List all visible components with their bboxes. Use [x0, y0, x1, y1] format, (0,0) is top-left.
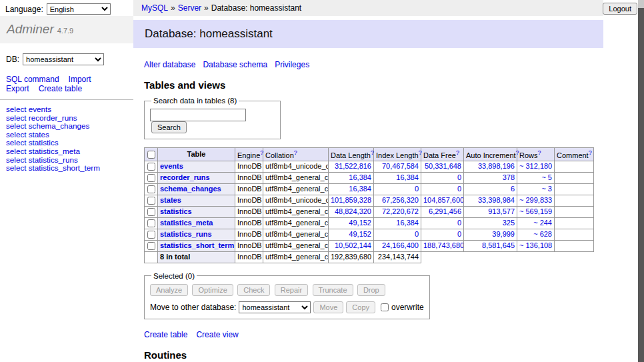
analyze-button[interactable]: Analyze: [150, 284, 188, 296]
truncate-button[interactable]: Truncate: [313, 284, 353, 296]
comment-help-link[interactable]: ?: [589, 149, 592, 156]
data-length-link[interactable]: 16,384: [349, 173, 371, 181]
row-checkbox[interactable]: [147, 163, 155, 171]
overwrite-checkbox[interactable]: [381, 303, 389, 311]
auto-increment-link[interactable]: 378: [503, 173, 515, 181]
select-all-checkbox[interactable]: [147, 151, 155, 159]
rows-count-link[interactable]: ~ 299,833: [519, 196, 552, 204]
breadcrumb-mysql-link[interactable]: MySQL: [141, 3, 168, 13]
scroll-up-arrow[interactable]: [638, 0, 644, 8]
rows-count-link[interactable]: ~ 312,180: [519, 162, 552, 170]
index-length-link[interactable]: 16,384: [396, 173, 419, 181]
language-select[interactable]: English: [47, 3, 111, 15]
data-length-link[interactable]: 49,152: [349, 219, 371, 227]
drop-button[interactable]: Drop: [357, 284, 385, 296]
data-free-link[interactable]: 104,857,600: [423, 196, 464, 204]
rows-count-link[interactable]: ~ 136,108: [519, 241, 552, 249]
index-length-help-link[interactable]: ?: [419, 149, 422, 156]
auto-increment-link[interactable]: 913,577: [488, 207, 515, 215]
row-checkbox[interactable]: [147, 197, 155, 205]
auto-increment-link[interactable]: 8,581,645: [482, 241, 515, 249]
rows-count-link[interactable]: ~ 628: [533, 230, 552, 238]
data-free-link[interactable]: 0: [457, 230, 461, 238]
rows-count-link[interactable]: ~ 569,159: [519, 207, 552, 215]
row-checkbox[interactable]: [147, 185, 155, 193]
index-length-link[interactable]: 16,384: [396, 219, 419, 227]
optimize-button[interactable]: Optimize: [192, 284, 233, 296]
create-table-sidebar-link[interactable]: Create table: [39, 84, 82, 93]
search-input[interactable]: [150, 109, 246, 121]
collation-help-link[interactable]: ?: [294, 149, 297, 156]
create-view-link[interactable]: Create view: [196, 330, 238, 339]
table-link-statistics-meta[interactable]: statistics_meta: [160, 219, 213, 227]
scrollbar[interactable]: [638, 0, 644, 362]
check-button[interactable]: Check: [237, 284, 270, 296]
row-checkbox[interactable]: [147, 242, 155, 250]
auto-increment-link[interactable]: 33,398,984: [478, 196, 515, 204]
index-length-link[interactable]: 0: [415, 185, 419, 193]
logout-button[interactable]: Logout: [603, 3, 637, 15]
row-checkbox[interactable]: [147, 208, 155, 216]
db-select[interactable]: homeassistant: [23, 53, 104, 65]
data-length-link[interactable]: 101,859,328: [331, 196, 371, 204]
privileges-link[interactable]: Privileges: [275, 60, 309, 69]
data-free-link[interactable]: 188,743,680: [423, 241, 464, 249]
rows-help-link[interactable]: ?: [538, 149, 541, 156]
data-free-link[interactable]: 0: [457, 219, 461, 227]
table-link-schema-changes[interactable]: schema_changes: [160, 185, 221, 193]
repair-button[interactable]: Repair: [275, 284, 308, 296]
auto-increment-link[interactable]: 39,999: [492, 230, 515, 238]
auto-increment-help-link[interactable]: ?: [516, 149, 519, 156]
data-length-link[interactable]: 16,384: [349, 185, 371, 193]
import-link[interactable]: Import: [69, 75, 91, 84]
table-link-states[interactable]: states: [160, 196, 181, 204]
index-length-link[interactable]: 24,166,400: [382, 241, 419, 249]
data-length-help-link[interactable]: ?: [371, 149, 374, 156]
row-checkbox[interactable]: [147, 174, 155, 182]
table-link-statistics-runs[interactable]: statistics_runs: [160, 230, 212, 238]
data-free-link[interactable]: 6,291,456: [429, 207, 461, 215]
data-free-help-link[interactable]: ?: [456, 149, 459, 156]
sidebar-item-select-statistics-meta[interactable]: select statistics_meta: [6, 147, 133, 156]
index-length-link[interactable]: 70,467,584: [382, 162, 419, 170]
alter-database-link[interactable]: Alter database: [144, 60, 195, 69]
table-link-events[interactable]: events: [160, 162, 183, 170]
data-length-link[interactable]: 48,824,320: [335, 207, 371, 215]
export-link[interactable]: Export: [6, 84, 29, 93]
index-length-link[interactable]: 0: [415, 230, 419, 238]
table-link-recorder-runs[interactable]: recorder_runs: [160, 173, 210, 181]
rows-count-link[interactable]: ~ 5: [541, 173, 552, 181]
sql-command-link[interactable]: SQL command: [6, 75, 59, 84]
engine-cell: InnoDB: [235, 172, 263, 183]
overwrite-label[interactable]: overwrite: [391, 303, 424, 312]
sidebar-item-select-schema-changes[interactable]: select schema_changes: [6, 122, 133, 131]
copy-button[interactable]: Copy: [346, 301, 375, 313]
sidebar-item-select-events[interactable]: select events: [6, 105, 133, 114]
database-schema-link[interactable]: Database schema: [203, 60, 267, 69]
row-checkbox[interactable]: [147, 231, 155, 239]
data-free-link[interactable]: 0: [457, 173, 461, 181]
index-length-link[interactable]: 72,220,672: [382, 207, 419, 215]
data-length-link[interactable]: 49,152: [349, 230, 371, 238]
table-link-statistics-short-term[interactable]: statistics_short_term: [160, 241, 234, 249]
auto-increment-link[interactable]: 325: [503, 219, 515, 227]
breadcrumb-server-link[interactable]: Server: [178, 3, 201, 13]
rows-count-link[interactable]: ~ 244: [533, 219, 552, 227]
sidebar-item-select-statistics-short-term[interactable]: select statistics_short_term: [6, 164, 133, 173]
index-length-link[interactable]: 67,256,320: [382, 196, 419, 204]
auto-increment-link[interactable]: 6: [511, 185, 515, 193]
create-table-link[interactable]: Create table: [144, 330, 187, 339]
engine-help-link[interactable]: ?: [260, 149, 263, 156]
data-length-link[interactable]: 31,522,816: [335, 162, 371, 170]
data-free-link[interactable]: 0: [457, 185, 461, 193]
data-free-link[interactable]: 50,331,648: [425, 162, 461, 170]
data-length-link[interactable]: 10,502,144: [335, 241, 371, 249]
row-checkbox[interactable]: [147, 219, 155, 227]
table-link-statistics[interactable]: statistics: [160, 207, 192, 215]
scrollbar-thumb[interactable]: [638, 8, 644, 362]
move-button[interactable]: Move: [313, 301, 343, 313]
auto-increment-link[interactable]: 33,898,196: [478, 162, 515, 170]
rows-count-link[interactable]: ~ 3: [541, 185, 552, 193]
search-button[interactable]: Search: [151, 121, 187, 133]
move-db-select[interactable]: homeassistant: [239, 301, 311, 313]
